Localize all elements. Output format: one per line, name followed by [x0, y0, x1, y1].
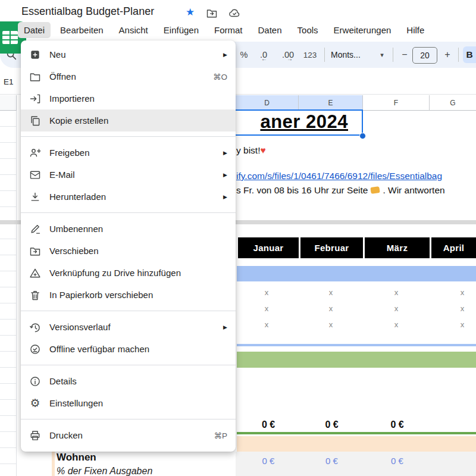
- toolbar-separator: [458, 48, 459, 62]
- submenu-arrow-icon: ▶: [223, 172, 227, 178]
- submenu-arrow-icon: ▶: [223, 52, 227, 58]
- menu-divider: [21, 311, 236, 311]
- column-header-g[interactable]: G: [430, 95, 476, 111]
- month-header-januar[interactable]: Januar: [238, 237, 299, 258]
- menu-item-importieren[interactable]: Importieren: [21, 87, 236, 109]
- decrease-font-size-button[interactable]: −: [399, 42, 411, 68]
- menu-format[interactable]: Format: [208, 22, 249, 38]
- menu-item-versionsverlauf[interactable]: Versionsverlauf ▶: [21, 316, 236, 338]
- blue-section-band: [237, 266, 476, 281]
- shortcut-label: ⌘O: [213, 72, 227, 82]
- menu-divider: [21, 419, 236, 419]
- history-icon: [29, 321, 42, 334]
- shortcut-label: ⌘P: [214, 431, 227, 440]
- menu-item-herunterladen[interactable]: Herunterladen ▶: [21, 186, 236, 208]
- green-divider-line: [237, 432, 476, 434]
- cell-text-support-row[interactable]: s Fr. von 08 bis 16 Uhr zur Seite. Wir a…: [236, 185, 445, 196]
- document-title[interactable]: Essentialbag Budget-Planer: [21, 5, 154, 18]
- total-cell[interactable]: 0 €: [365, 418, 430, 431]
- menu-item-email[interactable]: E-Mail ▶: [21, 164, 236, 186]
- menu-item-freigeben[interactable]: Freigeben ▶: [21, 142, 236, 164]
- wohnen-value-cell[interactable]: 0 €: [238, 454, 299, 467]
- settings-gear-icon: ⚙: [29, 397, 42, 410]
- cell-x[interactable]: x: [387, 320, 405, 329]
- column-header-f[interactable]: F: [363, 95, 430, 111]
- column-header-d[interactable]: D: [236, 95, 299, 111]
- offline-check-icon: [29, 343, 42, 356]
- move-to-folder-icon[interactable]: [206, 7, 218, 19]
- menu-ansicht[interactable]: Ansicht: [113, 22, 154, 38]
- number-format-button[interactable]: 123: [301, 42, 319, 68]
- menu-item-papierkorb[interactable]: In Papierkorb verschieben: [21, 284, 236, 306]
- menu-bearbeiten[interactable]: Bearbeiten: [54, 22, 109, 38]
- menu-item-drucken[interactable]: Drucken ⌘P: [21, 424, 236, 446]
- column-header-e[interactable]: E: [299, 95, 363, 111]
- bold-button[interactable]: B: [464, 42, 475, 68]
- total-cell[interactable]: 0 €: [300, 418, 363, 431]
- font-dropdown-caret-icon[interactable]: ▾: [377, 42, 387, 68]
- cell-x[interactable]: x: [258, 320, 275, 329]
- cloud-saved-icon[interactable]: [228, 7, 240, 19]
- month-header-april[interactable]: April: [431, 237, 476, 258]
- grid-corner: [0, 95, 17, 111]
- menu-daten[interactable]: Daten: [252, 22, 288, 38]
- menu-item-details[interactable]: Details: [21, 370, 236, 392]
- menu-item-offline[interactable]: Offline verfügbar machen: [21, 338, 236, 360]
- percent-format-button[interactable]: %: [237, 42, 251, 68]
- menu-item-oeffnen[interactable]: Öffnen ⌘O: [21, 65, 236, 87]
- print-icon: [29, 429, 42, 442]
- cell-x[interactable]: x: [453, 304, 471, 313]
- wohnen-value-cell[interactable]: 0 €: [300, 454, 363, 467]
- cell-x[interactable]: x: [322, 288, 340, 297]
- menu-datei[interactable]: Datei: [18, 22, 51, 38]
- font-family-select[interactable]: Monts...: [331, 42, 375, 68]
- menu-hilfe[interactable]: Hilfe: [400, 22, 430, 38]
- cell-x[interactable]: x: [322, 320, 340, 329]
- import-icon: [29, 92, 42, 105]
- cell-x[interactable]: x: [387, 288, 405, 297]
- drive-shortcut-icon: [29, 267, 42, 280]
- menu-tools[interactable]: Tools: [292, 22, 324, 38]
- cell-text-heart-row[interactable]: y bist!♥: [236, 145, 266, 156]
- menu-divider: [21, 136, 236, 137]
- peach-column-edge: [52, 452, 55, 476]
- menu-item-einstellungen[interactable]: ⚙ Einstellungen: [21, 392, 236, 414]
- increase-decimals-button[interactable]: .00→: [277, 42, 299, 68]
- cell-x[interactable]: x: [453, 288, 471, 297]
- font-size-input[interactable]: 20: [412, 47, 437, 64]
- submenu-arrow-icon: ▶: [223, 324, 227, 330]
- cell-x[interactable]: x: [258, 304, 275, 313]
- menu-item-umbenennen[interactable]: Umbenennen: [21, 218, 236, 240]
- folder-move-icon: [29, 245, 42, 258]
- wohnen-value-cell[interactable]: 0 €: [365, 454, 430, 467]
- increase-font-size-button[interactable]: +: [441, 42, 453, 68]
- row-gridlines-sliver: [0, 111, 17, 476]
- name-box[interactable]: E1: [4, 77, 14, 86]
- month-header-maerz[interactable]: März: [365, 237, 430, 258]
- month-header-februar[interactable]: Februar: [300, 237, 363, 258]
- category-label[interactable]: Wohnen: [57, 452, 96, 464]
- category-note[interactable]: % der Fixen Ausgaben: [57, 466, 152, 476]
- folder-open-icon: [29, 70, 42, 83]
- cell-link[interactable]: ify.com/s/files/1/0461/7466/6912/files/E…: [236, 171, 442, 181]
- menu-item-drive-verknuepfung[interactable]: Verknüpfung zu Drive hinzufügen: [21, 262, 236, 284]
- star-icon[interactable]: ★: [186, 6, 195, 18]
- cell-x[interactable]: x: [387, 304, 405, 313]
- menu-item-kopie-erstellen[interactable]: Kopie erstellen: [21, 109, 236, 131]
- menu-item-verschieben[interactable]: Verschieben: [21, 240, 236, 262]
- submenu-arrow-icon: ▶: [223, 150, 227, 156]
- toolbar-separator: [324, 48, 325, 62]
- left-arrow-icon: ←: [261, 55, 267, 62]
- decrease-decimals-button[interactable]: .0←: [255, 42, 273, 68]
- cell-x[interactable]: x: [258, 288, 275, 297]
- cell-x[interactable]: x: [322, 304, 340, 313]
- fill-handle[interactable]: [359, 133, 366, 139]
- cell-x[interactable]: x: [453, 320, 471, 329]
- green-section-band: [237, 352, 476, 368]
- total-cell[interactable]: 0 €: [238, 418, 299, 431]
- menu-item-neu[interactable]: Neu ▶: [21, 43, 236, 65]
- menu-einfuegen[interactable]: Einfügen: [158, 22, 205, 38]
- submenu-arrow-icon: ▶: [223, 194, 227, 200]
- download-icon: [29, 190, 42, 203]
- menu-erweiterungen[interactable]: Erweiterungen: [328, 22, 397, 38]
